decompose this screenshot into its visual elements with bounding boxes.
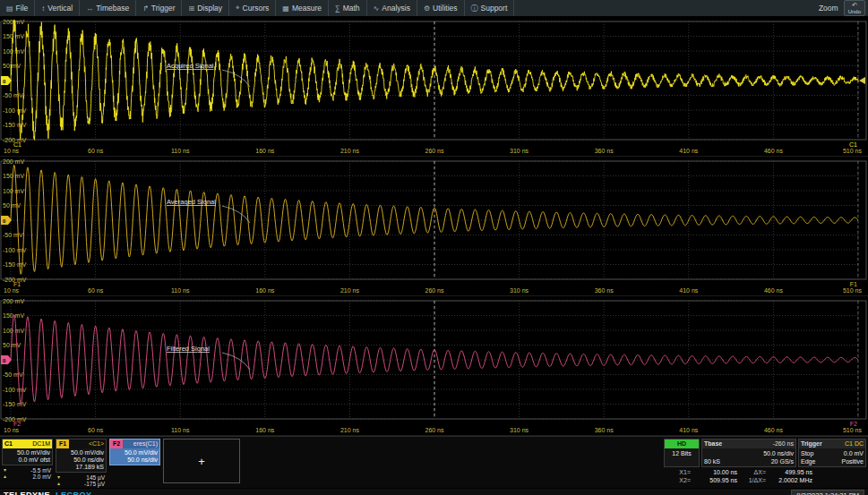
f1-column: F1 <C1> 50.0 mV/div 50.0 ns/div 17.189 k… xyxy=(56,439,107,487)
trace-label-left: C1 xyxy=(13,141,21,148)
c1-cursor1-value: -5.5 mV xyxy=(30,467,51,474)
x-axis-label: 110 ns xyxy=(171,427,190,433)
f1-descriptor-box[interactable]: F1 <C1> 50.0 mV/div 50.0 ns/div 17.189 k… xyxy=(56,439,107,473)
acquisition-boxes: HD 12 Bits Tbase -260 ns 50.0 ns/div 80 … xyxy=(664,439,866,467)
grid-f2-filtered[interactable]: 200 mV150 mV100 mV50 mV0-50 mV-100 mV-15… xyxy=(0,296,868,436)
menu-item-label: Vertical xyxy=(47,4,73,13)
trace-label-right: C1 xyxy=(849,141,857,148)
menu-items: ▤File↕Vertical↔Timebase↱Trigger⊞Display⌖… xyxy=(0,0,514,16)
hd-bits: 12 Bits xyxy=(666,449,697,457)
menu-item-measure[interactable]: ▦Measure xyxy=(276,0,329,16)
menu-item-trigger[interactable]: ↱Trigger xyxy=(136,0,182,16)
c1-descriptor-box[interactable]: C1 DC1M 50.0 mV/div 0.0 mV ofst xyxy=(2,439,53,465)
c1-descriptor-header: C1 DC1M xyxy=(3,440,52,448)
analysis-icon: ∿ xyxy=(374,4,380,13)
c1-cursor2-value: 2.0 mV xyxy=(32,474,51,480)
hd-header: HD xyxy=(665,440,699,448)
menu-item-display[interactable]: ⊞Display xyxy=(182,0,229,16)
footer-bar: TELEDYNE LECROY 9/3/2022 1:24:21 PM xyxy=(0,488,868,495)
c1-cursor2-row: ▴ 2.0 mV xyxy=(2,474,53,480)
c1-cursor-readouts: ▾ -5.5 mV ▴ 2.0 mV xyxy=(2,467,53,480)
x-axis-label: 360 ns xyxy=(595,287,614,294)
hd-label: HD xyxy=(677,440,686,448)
menu-item-analysis[interactable]: ∿Analysis xyxy=(367,0,417,16)
trigger-box[interactable]: Trigger C1 DC Stop 0.0 mV Edge Positive xyxy=(798,439,866,467)
menu-item-file[interactable]: ▤File xyxy=(0,0,35,16)
timebase-box[interactable]: Tbase -260 ns 50.0 ns/div 80 kS 20 GS/s xyxy=(701,439,796,467)
timebase-body: 50.0 ns/div 80 kS 20 GS/s xyxy=(702,448,795,466)
f1-cursor-readouts: ▾ 145 µV ▴ -175 µV xyxy=(56,474,107,487)
x-axis-label: 110 ns xyxy=(171,148,190,154)
timebase-per-div: 50.0 ns/div xyxy=(763,449,794,457)
acquisition-cluster: HD 12 Bits Tbase -260 ns 50.0 ns/div 80 … xyxy=(664,439,866,484)
f1-hdiv: 50.0 ns/div xyxy=(58,457,104,464)
menu-item-utilities[interactable]: ⚙Utilities xyxy=(417,0,465,16)
timebase-header: Tbase -260 ns xyxy=(702,440,795,448)
f1-sweeps: 17.189 kS xyxy=(58,464,104,471)
trigger-slope: Positive xyxy=(841,457,864,465)
brand-logo: TELEDYNE LECROY xyxy=(4,491,92,495)
hd-box[interactable]: HD 12 Bits xyxy=(664,439,700,467)
oscilloscope-app: ▤File↕Vertical↔Timebase↱Trigger⊞Display⌖… xyxy=(0,0,868,495)
annotation-leader xyxy=(222,353,250,370)
annotation-f1: Averaged Signal xyxy=(167,198,216,206)
zoom-menu-item[interactable]: Zoom xyxy=(819,4,838,13)
menu-item-label: Display xyxy=(197,4,222,13)
timebase-offset: -260 ns xyxy=(773,440,794,448)
cursor2-icon: ▴ xyxy=(4,474,6,480)
vertical-icon: ↕ xyxy=(41,4,45,13)
x-axis-label: 10 ns xyxy=(4,287,20,294)
f1-cursor2-value: -175 µV xyxy=(84,481,105,487)
y-axis-label: 100 mV xyxy=(3,328,24,334)
x-axis-label: 360 ns xyxy=(595,148,614,154)
y-axis-label: -50 mV xyxy=(3,232,23,238)
add-trace-button[interactable]: + xyxy=(163,439,240,483)
trace-label-right: F1 xyxy=(850,281,857,287)
y-axis-label: 100 mV xyxy=(3,48,24,55)
trigger-icon: ↱ xyxy=(142,4,149,13)
undo-button[interactable]: ↶ Undo xyxy=(844,0,865,16)
menu-item-vertical[interactable]: ↕Vertical xyxy=(35,0,80,16)
menu-item-support[interactable]: ⓘSupport xyxy=(465,0,515,16)
menu-item-label: File xyxy=(16,4,29,13)
menu-bar: ▤File↕Vertical↔Timebase↱Trigger⊞Display⌖… xyxy=(0,0,868,17)
x-axis-label: 60 ns xyxy=(88,427,104,433)
invdx-label: 1/ΔX= xyxy=(741,476,766,484)
trigger-label: Trigger xyxy=(801,440,822,448)
menu-item-label: Support xyxy=(481,4,508,13)
undo-icon: ↶ xyxy=(852,2,857,9)
trigger-source: C1 DC xyxy=(845,440,864,448)
menu-item-cursors[interactable]: ⌖Cursors xyxy=(229,0,276,16)
x-axis-label: 60 ns xyxy=(88,287,104,294)
menu-item-timebase[interactable]: ↔Timebase xyxy=(80,0,136,16)
c1-cursor1-row: ▾ -5.5 mV xyxy=(2,467,53,474)
timebase-icon: ↔ xyxy=(86,4,93,13)
c1-column: C1 DC1M 50.0 mV/div 0.0 mV ofst ▾ -5.5 m… xyxy=(2,439,53,480)
y-axis-label: -50 mV xyxy=(3,371,23,378)
annotation-f2: Filtered Signal xyxy=(167,345,210,353)
x-axis-label: 310 ns xyxy=(510,148,529,154)
trace-label-right: F2 xyxy=(850,421,857,427)
x1-value: 10.00 ns xyxy=(691,468,737,476)
menu-item-math[interactable]: ∑Math xyxy=(329,0,367,16)
x-axis-label: 410 ns xyxy=(679,287,699,294)
y-axis-label: -50 mV xyxy=(3,92,23,98)
grid-c1-acquired[interactable]: 200 mV150 mV100 mV50 mV0-50 mV-100 mV-15… xyxy=(0,17,868,157)
brand-lecroy: LECROY xyxy=(56,491,92,495)
annotation-leader xyxy=(222,70,250,87)
menu-right: Zoom ↶ Undo xyxy=(819,0,868,16)
x-axis-label: 410 ns xyxy=(679,427,699,433)
x-axis-label: 60 ns xyxy=(88,148,104,154)
dx-value: 499.95 ns xyxy=(766,468,812,476)
trigger-level-marker[interactable] xyxy=(859,77,865,84)
annotation-c1: Acquired Signal xyxy=(167,62,214,70)
f2-column: F2 eres(C1) 50.0 mV/div 50.0 ns/div xyxy=(109,439,160,465)
y-axis-label: 100 mV xyxy=(3,188,24,194)
x-axis-label: 110 ns xyxy=(171,287,190,294)
menu-item-label: Cursors xyxy=(243,4,270,13)
f2-source: eres(C1) xyxy=(133,440,159,448)
x-axis-label: 160 ns xyxy=(255,148,275,154)
grid-f1-averaged[interactable]: 200 mV150 mV100 mV50 mV0-50 mV-100 mV-15… xyxy=(0,157,868,296)
y-axis-label: 200 mV xyxy=(3,158,24,165)
f2-descriptor-box[interactable]: F2 eres(C1) 50.0 mV/div 50.0 ns/div xyxy=(109,439,160,465)
